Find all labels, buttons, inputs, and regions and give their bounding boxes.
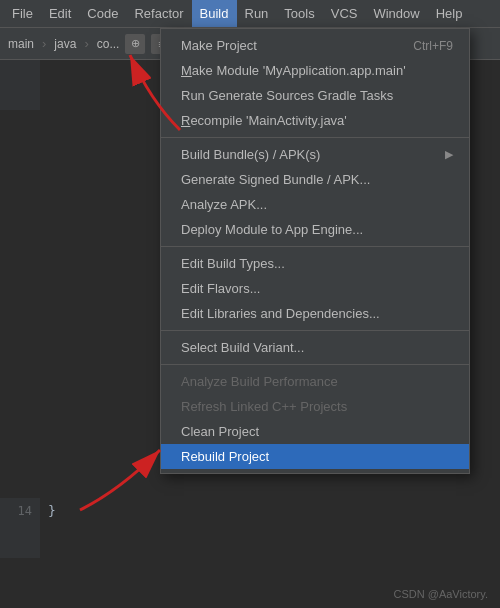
menu-run[interactable]: Run	[237, 0, 277, 27]
dropdown-section-2: Build Bundle(s) / APK(s) ▶ Generate Sign…	[161, 138, 469, 247]
menu-file[interactable]: File	[4, 0, 41, 27]
edit-libraries-item[interactable]: Edit Libraries and Dependencies...	[161, 301, 469, 326]
breadcrumb-java: java	[54, 37, 76, 51]
analyze-build-performance-label: Analyze Build Performance	[181, 374, 338, 389]
recompile-item[interactable]: Recompile 'MainActivity.java'	[161, 108, 469, 133]
run-generate-item[interactable]: Run Generate Sources Gradle Tasks	[161, 83, 469, 108]
rebuild-project-item[interactable]: Rebuild Project	[161, 444, 469, 469]
breadcrumb-co: co...	[97, 37, 120, 51]
submenu-arrow-icon: ▶	[445, 148, 453, 161]
menu-window[interactable]: Window	[365, 0, 427, 27]
recompile-label: Recompile 'MainActivity.java'	[181, 113, 347, 128]
edit-build-types-item[interactable]: Edit Build Types...	[161, 251, 469, 276]
clean-project-item[interactable]: Clean Project	[161, 419, 469, 444]
edit-build-types-label: Edit Build Types...	[181, 256, 285, 271]
make-module-label: Make Module 'MyApplication.app.main'	[181, 63, 406, 78]
line-content: }	[40, 498, 64, 558]
menu-edit[interactable]: Edit	[41, 0, 79, 27]
run-generate-label: Run Generate Sources Gradle Tasks	[181, 88, 393, 103]
refresh-linked-item: Refresh Linked C++ Projects	[161, 394, 469, 419]
menu-refactor[interactable]: Refactor	[126, 0, 191, 27]
bottom-area	[0, 558, 500, 608]
analyze-build-performance-item: Analyze Build Performance	[161, 369, 469, 394]
menu-bar: File Edit Code Refactor Build Run Tools …	[0, 0, 500, 28]
menu-vcs[interactable]: VCS	[323, 0, 366, 27]
menu-tools[interactable]: Tools	[276, 0, 322, 27]
editor-bottom: 14 }	[0, 498, 500, 558]
menu-code[interactable]: Code	[79, 0, 126, 27]
clean-project-label: Clean Project	[181, 424, 259, 439]
deploy-module-item[interactable]: Deploy Module to App Engine...	[161, 217, 469, 242]
add-icon[interactable]: ⊕	[125, 34, 145, 54]
select-build-variant-item[interactable]: Select Build Variant...	[161, 335, 469, 360]
analyze-apk-label: Analyze APK...	[181, 197, 267, 212]
line-numbers	[0, 60, 40, 110]
breadcrumb-main: main	[8, 37, 34, 51]
make-module-item[interactable]: Make Module 'MyApplication.app.main'	[161, 58, 469, 83]
refresh-linked-label: Refresh Linked C++ Projects	[181, 399, 347, 414]
menu-build[interactable]: Build	[192, 0, 237, 27]
edit-flavors-label: Edit Flavors...	[181, 281, 260, 296]
build-bundle-item[interactable]: Build Bundle(s) / APK(s) ▶	[161, 142, 469, 167]
make-project-shortcut: Ctrl+F9	[413, 39, 453, 53]
menu-help[interactable]: Help	[428, 0, 471, 27]
watermark: CSDN @AaVictory.	[393, 588, 488, 600]
analyze-apk-item[interactable]: Analyze APK...	[161, 192, 469, 217]
dropdown-section-1: Make Project Ctrl+F9 Make Module 'MyAppl…	[161, 29, 469, 138]
dropdown-section-5: Analyze Build Performance Refresh Linked…	[161, 365, 469, 473]
dropdown-section-4: Select Build Variant...	[161, 331, 469, 365]
make-project-item[interactable]: Make Project Ctrl+F9	[161, 33, 469, 58]
select-build-variant-label: Select Build Variant...	[181, 340, 304, 355]
dropdown-section-3: Edit Build Types... Edit Flavors... Edit…	[161, 247, 469, 331]
build-bundle-label: Build Bundle(s) / APK(s)	[181, 147, 320, 162]
generate-signed-label: Generate Signed Bundle / APK...	[181, 172, 370, 187]
deploy-module-label: Deploy Module to App Engine...	[181, 222, 363, 237]
generate-signed-item[interactable]: Generate Signed Bundle / APK...	[161, 167, 469, 192]
build-dropdown-menu: Make Project Ctrl+F9 Make Module 'MyAppl…	[160, 28, 470, 474]
line-number-14: 14	[0, 498, 40, 558]
rebuild-project-label: Rebuild Project	[181, 449, 269, 464]
make-project-label: Make Project	[181, 38, 257, 53]
edit-flavors-item[interactable]: Edit Flavors...	[161, 276, 469, 301]
edit-libraries-label: Edit Libraries and Dependencies...	[181, 306, 380, 321]
